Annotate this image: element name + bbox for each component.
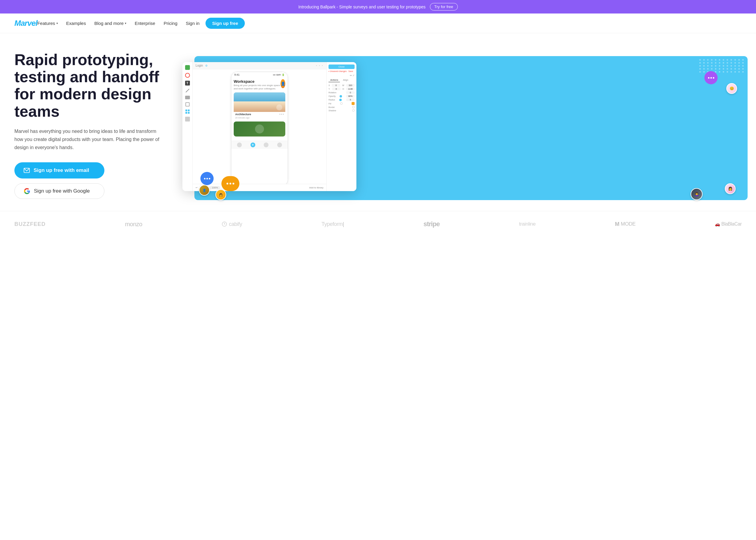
phone-bottom-icon-3 <box>277 143 282 147</box>
opacity-dot <box>339 95 342 97</box>
trainline-text: trainline <box>519 221 536 227</box>
panel-field-border: Border <box>328 106 355 108</box>
panel-tab-align[interactable]: Align <box>341 78 350 82</box>
phone-card: Architecture • • • 20 minutes ago <box>234 92 285 120</box>
hero-mockup: T Login ⚙ • • • <box>183 53 742 197</box>
field-w-value: 320 <box>346 84 355 87</box>
monzo-text: monzo <box>125 221 143 227</box>
chat-bubble-purple <box>704 71 717 84</box>
nav-pricing-label: Pricing <box>164 21 177 26</box>
card-title: Architecture <box>235 113 251 116</box>
signup-google-label: Sign up free with Google <box>34 188 90 194</box>
phone-card-label: Architecture • • • <box>234 112 285 117</box>
field-w-label: W <box>342 84 344 86</box>
blablacar-icon: 🚗 <box>715 222 720 226</box>
panel-field-shadow: Shadow <box>328 109 355 112</box>
nav-item-features[interactable]: Features ▾ <box>37 21 58 26</box>
phone-card-image <box>234 92 285 112</box>
signup-button[interactable]: Sign up free <box>205 18 245 29</box>
phone-bottom-bar: + <box>231 141 288 149</box>
signup-email-button[interactable]: Sign up free with email <box>14 162 104 179</box>
tool-square-icon <box>185 65 190 70</box>
panel-tab-actions[interactable]: Actions <box>328 78 340 82</box>
banner-cta-button[interactable]: Try for free <box>430 3 458 11</box>
email-icon <box>23 167 30 174</box>
phone-workspace-desc: Bring all your projects into one single … <box>234 84 281 90</box>
signin-link[interactable]: Sign in <box>186 21 199 26</box>
tool-save-icon <box>185 117 190 121</box>
add-to-library-label: Add to library <box>309 186 323 189</box>
mockup-phone-frame: 9:41 ▪▪▪ WiFi 🔋 Workspace Bring all your… <box>231 72 288 186</box>
logo-monzo: monzo <box>125 221 143 228</box>
phone-content: Workspace Bring all your projects into o… <box>231 77 288 140</box>
nav-item-examples[interactable]: Examples <box>66 21 86 26</box>
phone-card-2-image <box>234 121 285 137</box>
mockup-dots-menu: • • • <box>316 64 323 67</box>
border-toggle <box>352 106 355 108</box>
bubble-dots <box>204 178 210 180</box>
field-y-label: Y <box>328 88 330 90</box>
nav-links: Features ▾ Examples Blog and more ▾ Ente… <box>37 21 177 26</box>
field-rotation-label: Rotation <box>328 91 336 93</box>
radius-dot <box>339 99 342 101</box>
fill-toggle <box>340 102 343 105</box>
mockup-settings-icon: ⚙ <box>205 64 207 67</box>
logo-blablacar: 🚗 BlaBlaCar <box>715 221 742 227</box>
panel-field-rotation: Rotation 0 <box>328 91 355 94</box>
logo-mode: M MODE <box>615 221 636 227</box>
bubble-dots-3 <box>708 77 714 78</box>
phone-bottom-icon-1 <box>237 143 242 147</box>
mode-icon-m: M <box>615 221 619 227</box>
undo-icon: ↩ <box>195 186 198 189</box>
panel-field-yh: Y 0 H 1136 <box>328 87 355 90</box>
signup-google-button[interactable]: Sign up free with Google <box>14 183 104 199</box>
panel-resize-handle: ⇔ ⤢ <box>328 74 355 77</box>
phone-avatar: 👤 <box>281 79 285 88</box>
tool-text-icon: T <box>185 81 190 85</box>
field-x-value: 0 <box>332 84 340 87</box>
bubble-purple <box>704 71 717 84</box>
logo[interactable]: Marvel <box>14 19 37 28</box>
panel-field-opacity: Opacity 80% <box>328 95 355 97</box>
tool-edit-icon <box>186 102 189 106</box>
panel-tabs: Actions Align <box>328 78 355 82</box>
panel-field-fill: Fill <box>328 102 355 105</box>
nav-item-blog[interactable]: Blog and more ▾ <box>94 21 126 26</box>
field-opacity-value: 80% <box>346 95 355 97</box>
avatar-2: 👩 <box>215 189 226 200</box>
google-icon <box>24 188 30 195</box>
panel-close-button[interactable]: Close <box>328 65 355 69</box>
avatar-3: 👩‍🦱 <box>691 188 702 200</box>
nav-item-pricing[interactable]: Pricing <box>164 21 177 26</box>
logos-row: BuzzFeed monzo cabify Typeform| stripe t… <box>14 220 742 228</box>
field-border-label: Border <box>328 106 335 108</box>
tool-pen-icon <box>186 89 189 93</box>
mockup-toolbar: T <box>183 62 192 191</box>
field-opacity-label: Opacity <box>328 95 336 97</box>
phone-bottom-icon-2 <box>264 143 269 147</box>
field-h-value: 1136 <box>346 87 355 90</box>
nav-item-enterprise[interactable]: Enterprise <box>135 21 155 26</box>
bubble-yellow <box>221 176 239 191</box>
phone-signal-icon: ▪▪▪ WiFi 🔋 <box>273 73 285 76</box>
mockup-header-label: Login <box>195 64 203 67</box>
chat-bubble-yellow <box>221 176 239 191</box>
avatar-4: 😊 <box>726 83 737 94</box>
blablacar-text: BlaBlaCar <box>721 221 742 227</box>
stripe-text: stripe <box>423 220 440 228</box>
nav-blog-label: Blog and more <box>94 21 124 26</box>
buzzfeed-text: BuzzFeed <box>14 221 46 227</box>
avatar-1: 👤 <box>199 185 210 196</box>
field-y-value: 0 <box>332 87 340 90</box>
logo-typeform: Typeform| <box>321 221 344 227</box>
signup-email-label: Sign up free with email <box>34 167 89 173</box>
tool-circle-icon <box>185 73 190 78</box>
tool-image-icon <box>185 96 190 99</box>
card-time: 20 minutes ago <box>234 117 285 120</box>
mockup-right-panel: Close • Unsaved changes · Save ⇔ ⤢ Actio… <box>326 62 356 191</box>
dots-pattern <box>699 59 745 72</box>
mockup-header-bar: Login ⚙ • • • <box>192 62 326 69</box>
chevron-down-icon: ▾ <box>125 22 126 25</box>
phone-workspace-title: Workspace <box>234 79 281 84</box>
logo-stripe: stripe <box>423 220 440 228</box>
